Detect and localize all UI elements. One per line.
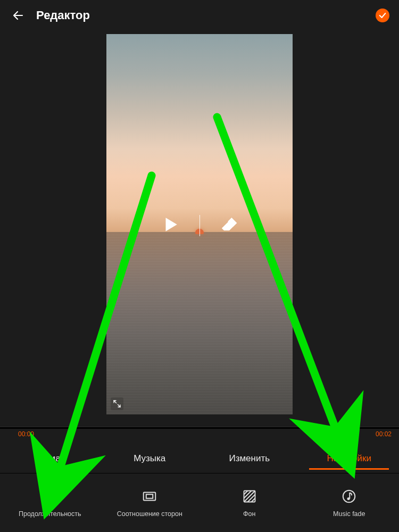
option-music-fade[interactable]: Music fade	[300, 488, 400, 518]
app-header: Редактор	[0, 0, 399, 31]
timeline[interactable]: 00:00 00:02	[0, 425, 399, 444]
svg-line-14	[251, 498, 255, 502]
option-background[interactable]: Фон	[200, 488, 300, 518]
timeline-track[interactable]	[0, 427, 399, 429]
tab-bar: Тема Музыка Изменить Настройки	[0, 444, 399, 473]
eraser-icon	[220, 215, 238, 234]
tab-label: Изменить	[229, 453, 270, 463]
svg-line-10	[244, 491, 247, 495]
eraser-button[interactable]	[218, 213, 240, 236]
svg-line-11	[244, 491, 251, 498]
aspect-ratio-icon	[141, 488, 158, 505]
clock-icon	[41, 488, 59, 505]
video-preview[interactable]	[106, 34, 293, 414]
background-icon	[241, 488, 258, 505]
tab-label: Музыка	[134, 453, 165, 463]
svg-marker-1	[165, 218, 177, 231]
option-label: Фон	[243, 510, 255, 518]
svg-rect-8	[146, 494, 153, 498]
svg-point-16	[347, 497, 350, 500]
preview-area	[0, 31, 399, 425]
fullscreen-button[interactable]	[111, 397, 123, 410]
back-button[interactable]	[10, 7, 27, 24]
timeline-progress-dot	[316, 426, 320, 429]
timeline-end-time: 00:02	[376, 430, 392, 438]
tab-music[interactable]: Музыка	[100, 448, 200, 469]
option-aspect-ratio[interactable]: Соотношение сторон	[100, 488, 200, 518]
arrow-left-icon	[12, 9, 24, 22]
music-fade-icon	[340, 488, 358, 505]
option-label: Продолжительность	[19, 510, 81, 518]
preview-image	[106, 34, 293, 232]
play-button[interactable]	[159, 213, 181, 236]
play-icon	[161, 215, 179, 234]
option-label: Соотношение сторон	[117, 510, 182, 518]
svg-line-13	[247, 495, 255, 502]
option-label: Music fade	[333, 510, 365, 518]
options-bar: Продолжительность Соотношение сторон Фон…	[0, 473, 399, 532]
option-duration[interactable]: Продолжительность	[0, 488, 100, 518]
page-title: Редактор	[36, 9, 376, 22]
preview-image	[106, 232, 293, 414]
timeline-start-time: 00:00	[18, 430, 34, 438]
tab-settings[interactable]: Настройки	[300, 448, 400, 469]
tab-theme[interactable]: Тема	[0, 448, 100, 469]
tab-label: Тема	[39, 453, 61, 463]
tab-label: Настройки	[327, 453, 371, 463]
confirm-button[interactable]	[376, 9, 389, 22]
overlay-divider	[200, 215, 200, 236]
tab-edit[interactable]: Изменить	[200, 448, 300, 469]
svg-line-6	[50, 496, 53, 498]
svg-line-2	[114, 401, 117, 403]
svg-rect-7	[144, 493, 156, 501]
expand-icon	[113, 400, 121, 408]
checkmark-icon	[378, 11, 387, 20]
preview-overlay	[106, 213, 293, 236]
svg-point-15	[343, 491, 355, 503]
svg-line-3	[118, 404, 120, 407]
